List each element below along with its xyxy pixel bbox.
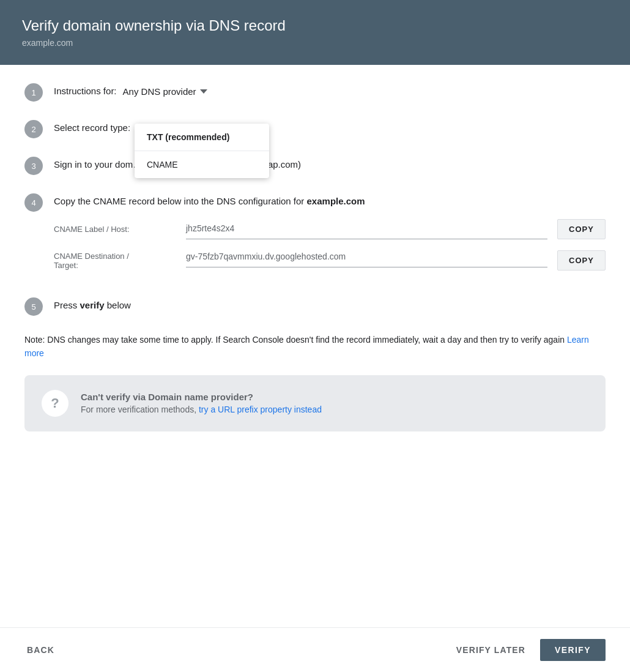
step-5-content: Press verify below [54,296,606,313]
step-1-row: Instructions for: Any DNS provider [54,84,606,99]
cname-destination-value: gv-75fzb7qavmmxiu.dv.googlehosted.com [186,248,547,267]
dropdown-item-cname[interactable]: CNAME [135,151,269,178]
step-4-content: Copy the CNAME record below into the DNS… [54,192,365,209]
cname-label-row: CNAME Label / Host: jhz5rte4s2x4 COPY [54,219,606,239]
alt-verify-desc-prefix: For more verification methods, [81,405,199,414]
step-number-4: 4 [24,193,43,212]
dns-provider-dropdown[interactable]: Any DNS provider [123,86,207,97]
alt-verify-title: Can't verify via Domain name provider? [81,392,322,402]
note-text: Note: DNS changes may take some time to … [24,333,606,360]
step-number-5: 5 [24,297,43,316]
question-icon: ? [42,390,69,417]
dropdown-selected-label: Any DNS provider [123,86,196,97]
alt-verify-box: ? Can't verify via Domain name provider?… [24,375,606,431]
step-number-3: 3 [24,157,43,175]
step-3: 3 Sign in to your dom… (e.g. goladdy.com… [24,155,606,175]
dns-provider-menu: TXT (recommended) CNAME [135,124,269,178]
cname-label-value: jhz5rte4s2x4 [186,220,547,239]
copy-cname-label-button[interactable]: COPY [557,219,606,239]
cname-fields: CNAME Label / Host: jhz5rte4s2x4 COPY CN… [54,219,606,279]
back-button[interactable]: BACK [24,640,57,660]
step-1-content: Instructions for: Any DNS provider [54,82,606,99]
step-5-label: Press verify below [54,300,131,310]
step-5: 5 Press verify below [24,296,606,316]
step-2: 2 Select record type: Learn more [24,119,606,138]
dropdown-item-txt[interactable]: TXT (recommended) [135,124,269,151]
step-1: 1 Instructions for: Any DNS provider TXT… [24,82,606,102]
header: Verify domain ownership via DNS record e… [0,0,630,65]
note-body: Note: DNS changes may take some time to … [24,335,567,345]
step-number-1: 1 [24,83,43,102]
step-2-label: Select record type: [54,121,130,135]
page-title: Verify domain ownership via DNS record [22,17,608,34]
alt-verify-desc: For more verification methods, try a URL… [81,405,322,414]
cname-destination-row: CNAME Destination /Target: gv-75fzb7qavm… [54,248,606,271]
step-4-label: Copy the CNAME record below into the DNS… [54,196,365,206]
chevron-down-icon [200,89,207,94]
domain-subtitle: example.com [22,38,608,48]
verify-button[interactable]: VERIFY [540,639,606,661]
step-4: 4 Copy the CNAME record below into the D… [24,192,606,279]
verify-later-button[interactable]: VERIFY LATER [449,640,533,660]
domain-bold: example.com [307,196,365,206]
footer-right: VERIFY LATER VERIFY [449,639,606,661]
alt-verify-link[interactable]: try a URL prefix property instead [199,405,322,414]
alt-verify-content: Can't verify via Domain name provider? F… [81,392,322,414]
step-1-label: Instructions for: [54,84,117,99]
footer: BACK VERIFY LATER VERIFY [0,627,630,672]
main-content: 1 Instructions for: Any DNS provider TXT… [0,65,630,627]
step-number-2: 2 [24,120,43,138]
cname-label-field-label: CNAME Label / Host: [54,225,176,234]
copy-cname-destination-button[interactable]: COPY [557,250,606,271]
cname-destination-field-label: CNAME Destination /Target: [54,248,176,270]
